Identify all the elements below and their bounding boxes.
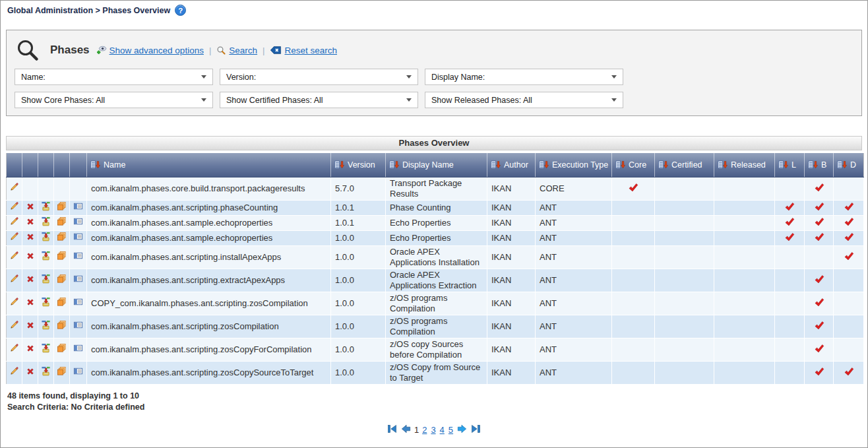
view-phase-details-icon[interactable] (73, 297, 83, 307)
copy-phase-icon[interactable] (57, 320, 67, 330)
action-cell (38, 269, 54, 292)
core-flag-cell (612, 200, 655, 215)
edit-phase-icon[interactable] (9, 232, 19, 241)
released-phases-filter-dropdown[interactable]: Show Released Phases: All (425, 92, 623, 108)
action-cell (54, 230, 70, 245)
edit-phase-icon[interactable] (9, 366, 19, 376)
author-cell: IKAN (487, 315, 536, 338)
column-header-core[interactable]: Core (612, 153, 655, 177)
column-header-released[interactable]: Released (714, 153, 775, 177)
edit-phase-icon[interactable] (9, 182, 19, 192)
d-flag-cell (834, 200, 864, 215)
copy-phase-icon[interactable] (57, 366, 67, 376)
edit-phase-icon[interactable] (9, 216, 19, 226)
page-link-5[interactable]: 5 (448, 425, 454, 435)
export-phase-icon[interactable] (41, 297, 51, 307)
column-header-l[interactable]: L (775, 153, 805, 177)
edit-phase-icon[interactable] (9, 251, 19, 261)
wrap-first[interactable] (387, 424, 398, 437)
action-cell (7, 177, 22, 200)
search-panel-icon (16, 38, 40, 62)
copy-phase-icon[interactable] (57, 216, 67, 226)
export-phase-icon[interactable] (41, 201, 51, 211)
help-icon[interactable]: ? (175, 5, 186, 16)
column-header-display_name[interactable]: Display Name (386, 153, 487, 177)
delete-phase-icon[interactable] (26, 321, 35, 330)
view-phase-details-icon[interactable] (73, 274, 83, 284)
core-phases-filter-dropdown[interactable]: Show Core Phases: All (15, 92, 213, 108)
wrap-next[interactable] (456, 424, 468, 437)
action-cell (70, 269, 87, 292)
copy-phase-icon[interactable] (57, 274, 67, 284)
copy-phase-icon[interactable] (57, 297, 67, 307)
edit-phase-icon[interactable] (9, 274, 19, 284)
wrap-last[interactable] (470, 424, 481, 437)
checked-icon (814, 201, 824, 212)
column-label-execution_type: Execution Type (552, 160, 608, 170)
checked-icon (844, 216, 854, 227)
action-cell (7, 292, 22, 315)
view-phase-details-icon[interactable] (73, 232, 83, 241)
edit-phase-icon[interactable] (9, 297, 19, 307)
view-phase-details-icon[interactable] (73, 320, 83, 330)
d-flag-cell (834, 245, 864, 269)
column-header-d[interactable]: D (834, 153, 864, 177)
column-header-author[interactable]: Author (487, 153, 536, 177)
edit-phase-icon[interactable] (9, 343, 19, 353)
breadcrumb: Global Administration > Phases Overview (7, 6, 170, 15)
export-phase-icon[interactable] (41, 320, 51, 330)
page-link-3[interactable]: 3 (430, 425, 436, 435)
copy-phase-icon[interactable] (57, 232, 67, 241)
delete-phase-icon[interactable] (26, 274, 35, 284)
reset-search-link[interactable]: Reset search (270, 46, 337, 55)
phase-name-cell: com.ikanalm.phases.ant.scripting.phaseCo… (87, 200, 331, 215)
copy-phase-icon[interactable] (57, 201, 67, 211)
edit-phase-icon[interactable] (9, 201, 19, 211)
column-header-name[interactable]: Name (87, 153, 331, 177)
delete-phase-icon[interactable] (26, 298, 35, 307)
delete-phase-icon[interactable] (26, 202, 35, 211)
export-phase-icon[interactable] (41, 274, 51, 284)
view-phase-details-icon[interactable] (73, 366, 83, 376)
core-phases-filter-label: Show Core Phases: All (21, 96, 105, 105)
page-link-2[interactable]: 2 (421, 425, 427, 435)
phase-name-cell: com.ikanalm.phases.ant.scripting.zosCopy… (87, 338, 331, 361)
export-phase-icon[interactable] (41, 232, 51, 241)
delete-phase-icon[interactable] (26, 367, 35, 376)
display-name-filter-dropdown[interactable]: Display Name: (425, 69, 623, 85)
view-phase-details-icon[interactable] (73, 251, 83, 261)
core-flag-cell (612, 361, 655, 384)
view-phase-details-icon[interactable] (73, 201, 83, 211)
delete-phase-icon[interactable] (26, 251, 35, 261)
export-phase-icon[interactable] (41, 366, 51, 376)
view-phase-details-icon[interactable] (73, 216, 83, 226)
author-cell: IKAN (487, 245, 536, 269)
delete-phase-icon[interactable] (26, 217, 35, 226)
name-filter-label: Name: (21, 73, 46, 82)
items-found-text: 48 items found, displaying 1 to 10 (7, 391, 867, 402)
show-advanced-options-link[interactable]: Show advanced options (96, 45, 204, 55)
search-link[interactable]: Search (216, 46, 257, 55)
page-link-4[interactable]: 4 (439, 425, 445, 435)
delete-phase-icon[interactable] (26, 232, 35, 241)
version-filter-dropdown[interactable]: Version: (220, 69, 418, 85)
d-flag-cell (834, 215, 864, 230)
column-header-certified[interactable]: Certified (655, 153, 714, 177)
export-phase-icon[interactable] (41, 343, 51, 353)
wrap-prev[interactable] (400, 424, 412, 437)
certified-phases-filter-dropdown[interactable]: Show Certified Phases: All (220, 92, 418, 108)
name-filter-dropdown[interactable]: Name: (15, 69, 213, 85)
certified-flag-cell (655, 245, 714, 269)
copy-phase-icon[interactable] (57, 343, 67, 353)
previous-page-icon (400, 424, 412, 434)
copy-phase-icon[interactable] (57, 251, 67, 261)
column-header-version[interactable]: Version (331, 153, 386, 177)
version-cell: 1.0.1 (331, 200, 386, 215)
export-phase-icon[interactable] (41, 251, 51, 261)
edit-phase-icon[interactable] (9, 320, 19, 330)
export-phase-icon[interactable] (41, 216, 51, 226)
column-header-execution_type[interactable]: Execution Type (536, 153, 612, 177)
view-phase-details-icon[interactable] (73, 343, 83, 353)
delete-phase-icon[interactable] (26, 344, 35, 353)
column-header-b[interactable]: B (805, 153, 834, 177)
